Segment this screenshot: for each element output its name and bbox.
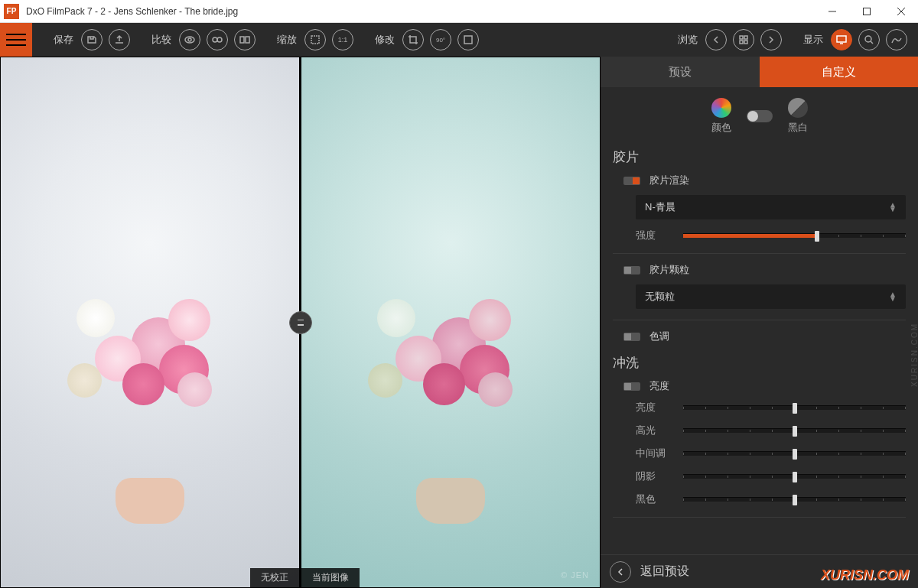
original-image-panel[interactable]: 无校正 <box>1 57 299 587</box>
monitor-icon[interactable] <box>831 29 852 50</box>
tab-custom[interactable]: 自定义 <box>760 57 919 87</box>
maximize-button[interactable] <box>849 0 884 23</box>
svg-point-6 <box>213 37 217 42</box>
slider-1[interactable] <box>683 428 906 433</box>
side-panel: 预设 自定义 颜色 黑白 胶片 胶片渲染 N-青晨 ▲▼ 强度 <box>601 57 918 588</box>
histogram-icon[interactable] <box>886 29 907 50</box>
compare-side-icon[interactable] <box>234 29 256 50</box>
current-label: 当前图像 <box>301 568 360 587</box>
image-watermark: © JEN <box>561 570 589 580</box>
minimize-button[interactable] <box>815 0 849 23</box>
svg-point-5 <box>188 38 191 41</box>
export-icon[interactable] <box>109 29 130 50</box>
main-toolbar: 保存 比较 缩放 1:1 修改 90° 浏览 显示 <box>0 23 918 57</box>
tone-label: 色调 <box>649 330 669 343</box>
film-section-header: 胶片 <box>601 141 918 171</box>
slider-label-4: 黑色 <box>636 492 672 506</box>
brightness-group-label: 亮度 <box>649 379 669 393</box>
brightness-switch[interactable] <box>623 382 640 391</box>
bw-mode-icon[interactable] <box>788 98 808 118</box>
svg-rect-1 <box>863 8 870 15</box>
one-to-one-icon[interactable]: 1:1 <box>332 29 353 50</box>
slider-0[interactable] <box>683 405 906 410</box>
film-render-select[interactable]: N-青晨 ▲▼ <box>636 195 906 219</box>
slider-3[interactable] <box>683 474 906 479</box>
film-grain-label: 胶片颗粒 <box>649 263 689 277</box>
bw-mode-label: 黑白 <box>788 121 808 135</box>
svg-rect-12 <box>740 36 743 39</box>
compare-split-icon[interactable] <box>207 29 228 50</box>
compare-label: 比较 <box>151 33 171 47</box>
frame-icon[interactable] <box>457 29 479 50</box>
svg-rect-15 <box>744 41 747 44</box>
film-render-switch[interactable] <box>623 177 640 185</box>
slider-4[interactable] <box>683 497 906 502</box>
film-grain-switch[interactable] <box>623 266 640 275</box>
close-button[interactable] <box>884 0 918 23</box>
slider-label-2: 中间调 <box>636 447 672 460</box>
svg-rect-16 <box>837 36 846 42</box>
svg-line-19 <box>871 41 873 44</box>
color-mode-label: 颜色 <box>711 121 731 135</box>
svg-rect-9 <box>246 37 249 43</box>
corner-watermark: XURISN.COM <box>821 567 909 583</box>
svg-rect-11 <box>464 36 472 44</box>
rotate-icon[interactable]: 90° <box>430 29 451 50</box>
film-grain-select[interactable]: 无颗粒 ▲▼ <box>636 284 906 309</box>
eye-icon[interactable] <box>179 29 200 50</box>
svg-rect-8 <box>240 37 244 43</box>
intensity-label: 强度 <box>636 229 672 242</box>
fit-icon[interactable] <box>304 29 326 50</box>
image-viewer: 无校正 © JEN 当前图像 <box>0 57 601 588</box>
window-title: DxO FilmPack 7 - 2 - Jens Schlenker - Th… <box>23 6 815 17</box>
svg-rect-13 <box>744 36 747 39</box>
develop-section-header: 冲洗 <box>601 346 918 376</box>
app-icon: FP <box>4 4 19 19</box>
svg-point-7 <box>217 37 222 42</box>
chevron-updown-icon: ▲▼ <box>889 292 897 301</box>
svg-rect-10 <box>311 36 319 44</box>
color-bw-toggle[interactable] <box>747 110 773 122</box>
grid-icon[interactable] <box>733 29 754 50</box>
chevron-updown-icon: ▲▼ <box>889 203 897 212</box>
side-watermark: XURISN.COM <box>911 323 919 387</box>
slider-label-3: 阴影 <box>636 469 672 483</box>
modify-label: 修改 <box>375 33 395 47</box>
svg-point-4 <box>185 37 194 43</box>
prev-icon[interactable] <box>705 29 727 50</box>
save-label: 保存 <box>54 33 73 47</box>
back-label: 返回预设 <box>640 564 689 580</box>
tab-presets[interactable]: 预设 <box>601 57 760 87</box>
browse-label: 浏览 <box>678 33 698 47</box>
save-icon[interactable] <box>81 29 103 50</box>
crop-icon[interactable] <box>402 29 424 50</box>
slider-label-1: 高光 <box>636 424 672 437</box>
titlebar: FP DxO FilmPack 7 - 2 - Jens Schlenker -… <box>0 0 918 23</box>
original-label: 无校正 <box>250 568 299 587</box>
slider-2[interactable] <box>683 451 906 456</box>
display-label: 显示 <box>803 33 823 47</box>
loupe-icon[interactable] <box>858 29 880 50</box>
back-button[interactable] <box>610 561 631 583</box>
slider-label-0: 亮度 <box>636 401 672 414</box>
compare-divider-handle[interactable] <box>289 311 312 334</box>
hamburger-menu[interactable] <box>0 23 32 57</box>
zoom-label: 缩放 <box>277 33 297 47</box>
color-mode-icon[interactable] <box>711 98 731 118</box>
current-image-panel[interactable]: © JEN 当前图像 <box>301 57 600 587</box>
tone-switch[interactable] <box>623 333 640 341</box>
next-icon[interactable] <box>760 29 782 50</box>
intensity-slider[interactable] <box>683 233 906 238</box>
film-render-label: 胶片渲染 <box>649 174 689 187</box>
svg-point-18 <box>865 36 871 42</box>
svg-rect-14 <box>740 41 743 44</box>
